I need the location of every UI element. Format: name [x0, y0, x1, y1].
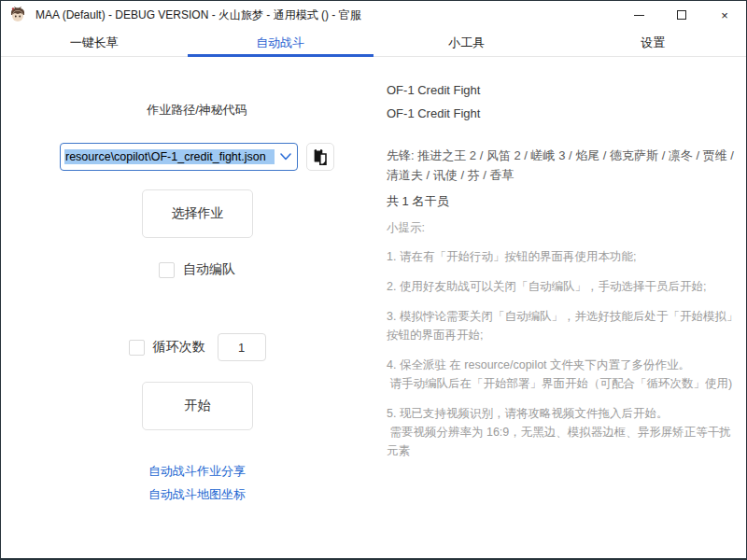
copy-path-button[interactable] — [306, 143, 334, 171]
title-bar: MAA (Default) - DEBUG VERSION - 火山旅梦 - 通… — [1, 1, 746, 29]
job-subtitle: OF-1 Credit Fight — [387, 105, 740, 122]
tab-farming[interactable]: 一键长草 — [1, 29, 188, 56]
tips-header: 小提示: — [387, 219, 740, 236]
start-button[interactable]: 开始 — [142, 382, 253, 430]
map-coords-link[interactable]: 自动战斗地图坐标 — [148, 487, 246, 501]
app-logo-icon — [8, 6, 27, 24]
maximize-button[interactable] — [660, 1, 703, 29]
loop-times-row: 循环次数 — [10, 333, 384, 361]
job-path-label: 作业路径/神秘代码 — [10, 102, 384, 119]
job-path-row: resource\copilot\OF-1_credit_fight.json — [60, 143, 334, 171]
job-path-value[interactable]: resource\copilot\OF-1_credit_fight.json — [64, 149, 275, 164]
copy-icon — [311, 147, 330, 166]
tab-tools[interactable]: 小工具 — [374, 29, 560, 56]
auto-formation-checkbox[interactable] — [159, 262, 175, 278]
select-job-button[interactable]: 选择作业 — [142, 189, 253, 238]
tab-bar: 一键长草 自动战斗 小工具 设置 — [1, 29, 746, 57]
tab-label: 小工具 — [448, 35, 485, 51]
operators-list: 先锋: 推进之王 2 / 风笛 2 / 嵯峨 3 / 焰尾 / 德克萨斯 / 凛… — [387, 146, 740, 185]
window-title: MAA (Default) - DEBUG VERSION - 火山旅梦 - 通… — [35, 7, 361, 23]
close-button[interactable]: × — [703, 1, 746, 29]
copilot-control-panel: 作业路径/神秘代码 resource\copilot\OF-1_credit_f… — [10, 57, 384, 558]
tab-auto-battle[interactable]: 自动战斗 — [188, 29, 374, 56]
app-window: MAA (Default) - DEBUG VERSION - 火山旅梦 - 通… — [0, 0, 747, 560]
operator-count: 共 1 名干员 — [387, 193, 740, 210]
tip-item-1: 1. 请在有「开始行动」按钮的界面再使用本功能; — [387, 247, 740, 266]
job-title: OF-1 Credit Fight — [387, 82, 740, 99]
job-share-link[interactable]: 自动战斗作业分享 — [148, 464, 246, 478]
auto-formation-row: 自动编队 — [10, 261, 384, 278]
chevron-down-icon[interactable] — [280, 153, 291, 161]
auto-formation-label[interactable]: 自动编队 — [183, 261, 235, 278]
close-icon: × — [721, 9, 728, 21]
tab-label: 自动战斗 — [256, 35, 304, 51]
minimize-button[interactable] — [617, 1, 660, 29]
content-area: 作业路径/神秘代码 resource\copilot\OF-1_credit_f… — [1, 57, 746, 558]
tab-settings[interactable]: 设置 — [560, 29, 747, 56]
tip-item-5: 5. 现已支持视频识别，请将攻略视频文件拖入后开始。 需要视频分辨率为 16:9… — [387, 404, 740, 460]
map-coords-link-row: 自动战斗地图坐标 — [10, 485, 384, 503]
maximize-icon — [677, 10, 686, 20]
tip-item-2: 2. 使用好友助战可以关闭「自动编队」，手动选择干员后开始; — [387, 277, 740, 296]
loop-times-checkbox[interactable] — [129, 340, 145, 356]
loop-times-label[interactable]: 循环次数 — [153, 339, 205, 356]
tip-item-3: 3. 模拟悖论需要关闭「自动编队」，并选好技能后处于「开始模拟」按钮的界面再开始… — [387, 307, 740, 344]
copilot-info-panel: OF-1 Credit Fight OF-1 Credit Fight 先锋: … — [387, 57, 740, 558]
tab-label: 一键长草 — [70, 35, 119, 51]
job-path-combobox[interactable]: resource\copilot\OF-1_credit_fight.json — [60, 143, 298, 171]
tip-item-4: 4. 保全派驻 在 resource/copilot 文件夹下内置了多份作业。 … — [387, 356, 740, 393]
job-share-link-row: 自动战斗作业分享 — [10, 462, 384, 480]
tab-label: 设置 — [641, 35, 665, 51]
minimize-icon — [634, 15, 644, 16]
loop-count-input[interactable] — [218, 333, 266, 361]
